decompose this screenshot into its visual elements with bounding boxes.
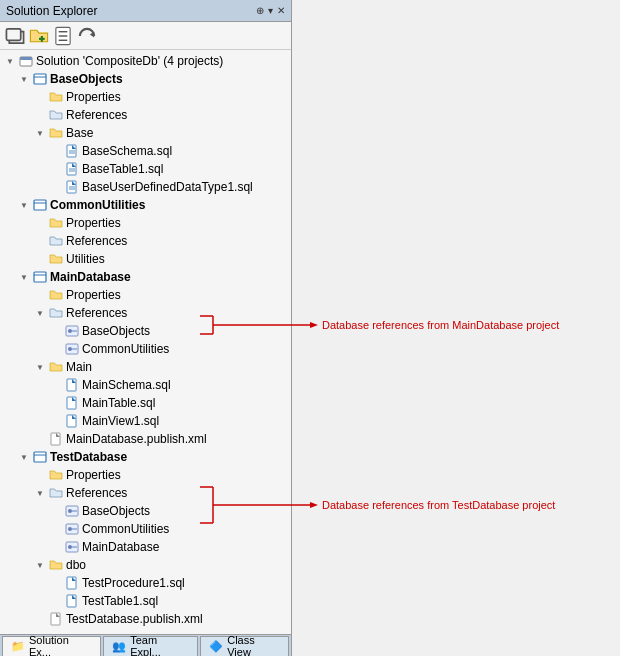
node-label: Properties	[66, 288, 121, 302]
tree-node-md-main-view[interactable]: MainView1.sql	[0, 412, 291, 430]
node-label: References	[66, 108, 127, 122]
tree-node-md-ref-cu[interactable]: CommonUtilities	[0, 340, 291, 358]
expand-icon[interactable]	[32, 485, 48, 501]
tree-area: Solution 'CompositeDb' (4 projects) Base…	[0, 50, 291, 634]
tree-node-base-table1[interactable]: BaseTable1.sql	[0, 160, 291, 178]
expand-icon[interactable]	[32, 359, 48, 375]
tree-node-td-properties[interactable]: Properties	[0, 466, 291, 484]
folder-icon	[48, 359, 64, 375]
tree-node-td-dbo[interactable]: dbo	[0, 556, 291, 574]
tree-node-td-ref-md[interactable]: MainDatabase	[0, 538, 291, 556]
show-all-button[interactable]	[52, 25, 74, 47]
svg-marker-49	[310, 322, 318, 328]
node-label: CommonUtilities	[50, 198, 145, 212]
tree-node-md-publish[interactable]: MainDatabase.publish.xml	[0, 430, 291, 448]
tree-node-common-utilities[interactable]: CommonUtilities	[0, 196, 291, 214]
tree-node-base-udt1[interactable]: BaseUserDefinedDataType1.sql	[0, 178, 291, 196]
references-icon	[48, 485, 64, 501]
tree-node-md-properties[interactable]: Properties	[0, 286, 291, 304]
tree-node-td-ref-base[interactable]: BaseObjects	[0, 502, 291, 520]
node-label: BaseTable1.sql	[82, 162, 163, 176]
tree-node-bo-references[interactable]: References	[0, 106, 291, 124]
tab-class-view[interactable]: 🔷 Class View	[200, 636, 289, 656]
tree-node-td-references[interactable]: References	[0, 484, 291, 502]
node-label: CommonUtilities	[82, 522, 169, 536]
tab-solution-explorer[interactable]: 📁 Solution Ex...	[2, 636, 101, 656]
node-label: Main	[66, 360, 92, 374]
node-label: MainDatabase	[82, 540, 159, 554]
svg-rect-9	[20, 57, 32, 60]
node-label: BaseUserDefinedDataType1.sql	[82, 180, 253, 194]
sql-file-icon	[64, 395, 80, 411]
project-icon	[32, 449, 48, 465]
sql-file-icon	[64, 593, 80, 609]
node-label: References	[66, 306, 127, 320]
tree-node-td-table1[interactable]: TestTable1.sql	[0, 592, 291, 610]
node-label: BaseSchema.sql	[82, 144, 172, 158]
tree-node-td-proc1[interactable]: TestProcedure1.sql	[0, 574, 291, 592]
sql-file-icon	[64, 377, 80, 393]
tree-node-base-schema[interactable]: BaseSchema.sql	[0, 142, 291, 160]
tree-node-md-references[interactable]: References	[0, 304, 291, 322]
xml-file-icon	[48, 431, 64, 447]
tree-node-md-ref-base[interactable]: BaseObjects	[0, 322, 291, 340]
expand-icon[interactable]	[2, 53, 18, 69]
svg-point-37	[68, 527, 72, 531]
solution-root[interactable]: Solution 'CompositeDb' (4 projects)	[0, 52, 291, 70]
tree-node-base-objects[interactable]: BaseObjects	[0, 70, 291, 88]
solution-ex-icon: 📁	[11, 640, 25, 653]
expand-icon[interactable]	[16, 269, 32, 285]
tree-node-bo-properties[interactable]: Properties	[0, 88, 291, 106]
svg-rect-42	[67, 577, 76, 589]
svg-point-23	[68, 329, 72, 333]
title-controls: ⊕ ▾ ✕	[256, 5, 285, 16]
svg-rect-28	[67, 379, 76, 391]
tree-node-md-main-table[interactable]: MainTable.sql	[0, 394, 291, 412]
tab-label: Solution Ex...	[29, 634, 92, 656]
svg-marker-7	[90, 31, 94, 37]
tree-node-cu-properties[interactable]: Properties	[0, 214, 291, 232]
panel-title: Solution Explorer	[6, 4, 97, 18]
close-icon[interactable]: ✕	[277, 5, 285, 16]
tree-node-cu-utilities[interactable]: Utilities	[0, 250, 291, 268]
tree-node-main-database[interactable]: MainDatabase	[0, 268, 291, 286]
svg-text:Database references from TestD: Database references from TestDatabase pr…	[322, 499, 555, 511]
svg-point-34	[68, 509, 72, 513]
svg-rect-10	[34, 74, 46, 84]
node-label: Utilities	[66, 252, 105, 266]
sync-button[interactable]	[4, 25, 26, 47]
expand-icon[interactable]	[32, 125, 48, 141]
tree-node-cu-references[interactable]: References	[0, 232, 291, 250]
expand-icon[interactable]	[32, 557, 48, 573]
node-label: TestTable1.sql	[82, 594, 158, 608]
svg-rect-44	[51, 613, 60, 625]
tree-node-base-folder[interactable]: Base	[0, 124, 291, 142]
node-label: BaseObjects	[50, 72, 123, 86]
refresh-button[interactable]	[76, 25, 98, 47]
tree-node-md-main-schema[interactable]: MainSchema.sql	[0, 376, 291, 394]
chevron-down-icon[interactable]: ▾	[268, 5, 273, 16]
tab-team-explorer[interactable]: 👥 Team Expl...	[103, 636, 198, 656]
svg-rect-30	[67, 415, 76, 427]
folder-icon	[48, 125, 64, 141]
title-bar: Solution Explorer ⊕ ▾ ✕	[0, 0, 291, 22]
expand-icon[interactable]	[16, 197, 32, 213]
pin-icon[interactable]: ⊕	[256, 5, 264, 16]
tree-node-test-database[interactable]: TestDatabase	[0, 448, 291, 466]
node-label: TestDatabase	[50, 450, 127, 464]
dbref-icon	[64, 539, 80, 555]
expand-icon[interactable]	[16, 71, 32, 87]
expand-icon[interactable]	[16, 449, 32, 465]
tab-label: Class View	[227, 634, 280, 656]
node-label: CommonUtilities	[82, 342, 169, 356]
tree-node-td-publish[interactable]: TestDatabase.publish.xml	[0, 610, 291, 628]
expand-icon[interactable]	[32, 305, 48, 321]
svg-marker-55	[310, 502, 318, 508]
tree-node-md-main[interactable]: Main	[0, 358, 291, 376]
references-icon	[48, 305, 64, 321]
node-label: Properties	[66, 468, 121, 482]
solution-label: Solution 'CompositeDb' (4 projects)	[36, 54, 223, 68]
node-label: TestDatabase.publish.xml	[66, 612, 203, 626]
new-folder-button[interactable]	[28, 25, 50, 47]
tree-node-td-ref-cu[interactable]: CommonUtilities	[0, 520, 291, 538]
